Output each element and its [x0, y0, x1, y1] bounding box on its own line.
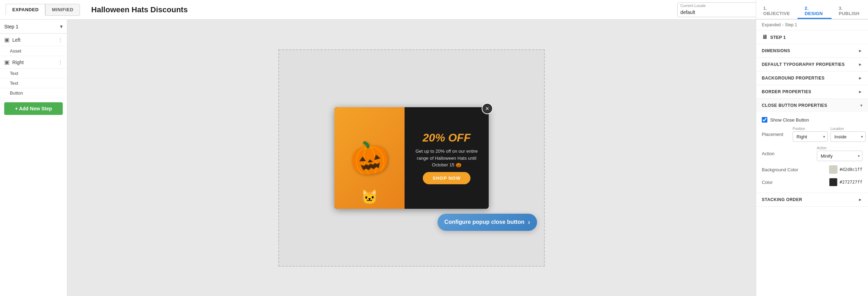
tab-design[interactable]: 2. DESIGN: [798, 0, 832, 19]
layer-button[interactable]: Button: [0, 88, 67, 98]
location-value: Inside: [834, 134, 847, 139]
placement-selects: Position Right ▾ Location Inside ▾: [793, 127, 866, 142]
hat-image: 🎃: [347, 137, 392, 179]
breadcrumb-separator: ›: [782, 22, 784, 27]
step-chevron-icon: ▾: [60, 23, 63, 30]
view-tab-group: EXPANDED MINIFIED: [6, 4, 80, 16]
step-label: Step 1: [4, 24, 18, 29]
bg-color-value[interactable]: #d2d0c1ff: [829, 165, 862, 174]
popup: 🎃 🐱 20% OFF Get up to 20% off on our ent…: [334, 107, 489, 209]
canvas-area: ✕ 🎃 🐱 20% OFF Get up to 20% off on our e…: [67, 20, 756, 296]
section-close-button: CLOSE BUTTON PROPERTIES ▾ Show Close But…: [756, 99, 868, 193]
section-background-chevron-icon: ►: [858, 76, 862, 81]
popup-image-area: 🎃 🐱: [334, 107, 405, 209]
layer-right-icon: ▣: [4, 59, 9, 66]
tab-minified[interactable]: MINIFIED: [45, 4, 80, 16]
canvas-frame: ✕ 🎃 🐱 20% OFF Get up to 20% off on our e…: [278, 49, 545, 267]
position-value: Right: [796, 134, 807, 139]
layer-text-2[interactable]: Text: [0, 78, 67, 88]
section-dimensions: DIMENSIONS ►: [756, 44, 868, 58]
location-chevron-icon: ▾: [861, 135, 863, 139]
bg-color-swatch[interactable]: [829, 165, 838, 174]
position-select-group: Position Right ▾: [793, 127, 828, 142]
section-border-header[interactable]: BORDER PROPERTIES ►: [756, 85, 868, 98]
section-dimensions-title: DIMENSIONS: [762, 48, 790, 53]
tab-expanded[interactable]: EXPANDED: [6, 4, 45, 16]
location-select[interactable]: Inside ▾: [830, 131, 866, 142]
show-close-button-label: Show Close Button: [770, 117, 809, 123]
position-chevron-icon: ▾: [823, 135, 825, 139]
placement-row: Placement Position Right ▾ Location: [762, 125, 862, 144]
section-border: BORDER PROPERTIES ►: [756, 85, 868, 99]
action-label: Action: [762, 151, 790, 156]
layer-right-menu-icon[interactable]: ⋮: [58, 60, 63, 65]
section-typography-title: DEFAULT TYPOGRAPHY PROPERTIES: [762, 62, 845, 67]
action-select[interactable]: Minify ▾: [817, 151, 862, 161]
left-sidebar: Step 1 ▾ ▣ Left ⋮ Asset ▣ Right ⋮ Text T…: [0, 20, 67, 296]
section-border-chevron-icon: ►: [858, 89, 862, 94]
tooltip-arrow-icon: ›: [528, 219, 530, 226]
main-layout: Step 1 ▾ ▣ Left ⋮ Asset ▣ Right ⋮ Text T…: [0, 20, 868, 296]
color-swatch[interactable]: [829, 178, 838, 186]
layer-left[interactable]: ▣ Left ⋮: [0, 34, 67, 46]
section-stacking-header[interactable]: STACKING ORDER ►: [756, 193, 868, 206]
close-button[interactable]: ✕: [482, 103, 493, 114]
section-typography-header[interactable]: DEFAULT TYPOGRAPHY PROPERTIES ►: [756, 58, 868, 71]
top-bar: EXPANDED MINIFIED Halloween Hats Discoun…: [0, 0, 868, 20]
color-value[interactable]: #272727ff: [829, 178, 862, 186]
bg-color-label: Background Color: [762, 167, 798, 172]
breadcrumb-step1: Step 1: [785, 22, 797, 27]
page-title: Halloween Hats Discounts: [91, 5, 188, 14]
bg-color-hex: #d2d0c1ff: [840, 167, 862, 172]
action-row: Action Action Minify ▾: [762, 144, 862, 163]
section-dimensions-header[interactable]: DIMENSIONS ►: [756, 44, 868, 57]
color-hex: #272727ff: [840, 180, 862, 185]
configure-tooltip-label: Configure popup close button: [445, 219, 524, 225]
tab-objective[interactable]: 1. OBJECTIVE: [756, 0, 798, 19]
section-stacking-chevron-icon: ►: [858, 197, 862, 202]
tab-publish[interactable]: 3. PUBLISH: [832, 0, 868, 19]
show-close-button-row: Show Close Button: [762, 115, 862, 125]
locale-value: default: [680, 9, 695, 15]
section-close-button-header[interactable]: CLOSE BUTTON PROPERTIES ▾: [756, 99, 868, 112]
step-monitor-icon: 🖥: [762, 34, 767, 40]
bg-color-row: Background Color #d2d0c1ff: [762, 163, 862, 176]
cat-icon: 🐱: [361, 189, 378, 205]
layer-text-1[interactable]: Text: [0, 69, 67, 78]
popup-content: 20% OFF Get up to 20% off on our entire …: [405, 107, 489, 209]
show-close-button-checkbox[interactable]: [762, 117, 767, 123]
popup-description: Get up to 20% off on our entire range of…: [412, 148, 482, 168]
configure-tooltip[interactable]: Configure popup close button ›: [438, 214, 537, 231]
add-step-button[interactable]: + Add New Step: [4, 102, 63, 115]
action-value: Minify: [821, 153, 833, 159]
section-close-button-title: CLOSE BUTTON PROPERTIES: [762, 103, 827, 108]
section-typography: DEFAULT TYPOGRAPHY PROPERTIES ►: [756, 58, 868, 71]
layer-left-menu-icon[interactable]: ⋮: [58, 37, 63, 43]
position-sublabel: Position: [793, 127, 828, 131]
layer-left-icon: ▣: [4, 36, 9, 43]
placement-label: Placement: [762, 132, 790, 137]
right-nav-tabs: 1. OBJECTIVE 2. DESIGN 3. PUBLISH: [756, 0, 868, 20]
action-sublabel: Action: [817, 146, 862, 150]
layer-right[interactable]: ▣ Right ⋮: [0, 56, 67, 69]
section-background-title: BACKGROUND PROPERTIES: [762, 76, 825, 81]
action-select-group: Action Minify ▾: [817, 146, 862, 161]
location-sublabel: Location: [830, 127, 866, 131]
popup-shop-button[interactable]: SHOP NOW: [423, 172, 470, 184]
popup-wrapper: ✕ 🎃 🐱 20% OFF Get up to 20% off on our e…: [334, 107, 489, 209]
action-chevron-icon: ▾: [858, 154, 860, 158]
layer-asset[interactable]: Asset: [0, 46, 67, 56]
color-row: Color #272727ff: [762, 176, 862, 188]
breadcrumb: Expanded › Step 1: [756, 20, 868, 30]
location-select-group: Location Inside ▾: [830, 127, 866, 142]
breadcrumb-expanded: Expanded: [762, 22, 781, 27]
position-select[interactable]: Right ▾: [793, 131, 828, 142]
right-panel: Expanded › Step 1 🖥 STEP 1 DIMENSIONS ► …: [756, 20, 868, 296]
section-stacking: STACKING ORDER ►: [756, 193, 868, 207]
color-label: Color: [762, 180, 773, 185]
step-dropdown[interactable]: Step 1 ▾: [0, 20, 67, 34]
section-background-header[interactable]: BACKGROUND PROPERTIES ►: [756, 71, 868, 85]
section-close-button-chevron-icon: ▾: [860, 103, 862, 108]
section-border-title: BORDER PROPERTIES: [762, 89, 811, 94]
section-background: BACKGROUND PROPERTIES ►: [756, 71, 868, 85]
